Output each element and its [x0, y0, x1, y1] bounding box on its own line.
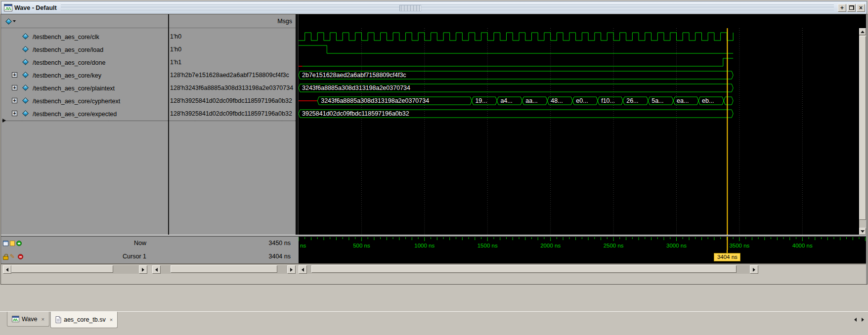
vscroll-thumb[interactable]	[859, 36, 866, 220]
cursor-label[interactable]: Cursor 1	[1, 250, 146, 263]
tab-aes-core-tb-sv[interactable]: aes_core_tb.sv ×	[50, 312, 118, 328]
tab-scroll-right-button[interactable]	[860, 316, 866, 323]
scrollbar-track[interactable]	[161, 265, 287, 274]
expand-icon[interactable]: +	[12, 72, 17, 78]
signal-value: 128'h3243f6a8885a308d313198a2e0370734	[169, 82, 296, 94]
scroll-left-button[interactable]	[3, 265, 11, 274]
tab-wave[interactable]: Wave ×	[7, 312, 49, 327]
svg-text:4000 ns: 4000 ns	[792, 243, 813, 249]
signal-row[interactable]: /testbench_aes_core/load	[1, 43, 168, 56]
titlebar-gripper	[61, 4, 834, 11]
scroll-left-button[interactable]	[152, 265, 161, 274]
expand-icon[interactable]: +	[12, 98, 17, 103]
wave-hscrollbar[interactable]	[299, 265, 758, 274]
wave-header-spacer	[299, 14, 866, 28]
signal-row[interactable]: +/testbench_aes_core/plaintext	[1, 82, 168, 94]
expand-icon[interactable]: +	[12, 85, 17, 90]
restore-icon	[849, 5, 854, 10]
now-row: Now 3450 ns ns500 ns1000 ns1500 ns2000 n…	[1, 237, 866, 250]
signal-name[interactable]: /testbench_aes_core/load	[33, 46, 103, 53]
signal-value: 1'h1	[169, 56, 296, 69]
wave-vertical-scrollbar[interactable]	[859, 28, 866, 235]
tab-close-icon[interactable]: ×	[110, 317, 113, 323]
wave-window-titlebar[interactable]: Wave - Default + ×	[1, 1, 867, 14]
signal-value: 1'h0	[169, 30, 296, 43]
tab-scroll-left-button[interactable]	[852, 316, 859, 323]
restore-button[interactable]	[847, 4, 856, 12]
window-bottom-frame	[1, 275, 866, 284]
signal-value: 128'h3925841d02dc09fbdc118597196a0b32	[169, 94, 296, 107]
scroll-right-button[interactable]	[750, 265, 758, 274]
values-wave-divider[interactable]	[296, 14, 299, 263]
arrow-left-icon	[854, 318, 857, 322]
signal-name[interactable]: /testbench_aes_core/clk	[33, 34, 99, 41]
signal-row[interactable]: +/testbench_aes_core/cyphertext	[1, 94, 168, 107]
dropdown-caret-icon	[13, 20, 16, 22]
svg-text:eb...: eb...	[702, 97, 714, 104]
arrow-left-icon	[6, 268, 8, 272]
arrow-left-icon	[155, 268, 158, 272]
signal-diamond-icon	[22, 46, 29, 52]
signal-names-panel[interactable]: /testbench_aes_core/clk/testbench_aes_co…	[1, 28, 168, 235]
svg-text:3925841d02dc09fbdc118597196a0b: 3925841d02dc09fbdc118597196a0b32	[302, 110, 409, 117]
now-value: 3450 ns	[169, 237, 291, 250]
signal-diamond-icon	[22, 72, 29, 78]
timeline-ruler[interactable]: ns500 ns1000 ns1500 ns2000 ns2500 ns3000…	[299, 237, 866, 250]
scroll-up-button[interactable]	[859, 28, 866, 35]
scroll-left-button[interactable]	[299, 265, 307, 274]
waveform-canvas[interactable]: 2b7e151628aed2a6abf7158809cf4f3c3243f6a8…	[299, 28, 859, 235]
signal-row[interactable]: +/testbench_aes_core/key	[1, 69, 168, 82]
dock-button[interactable]: +	[838, 4, 846, 12]
signal-diamond-icon	[22, 110, 29, 117]
tab-label: aes_core_tb.sv	[64, 316, 106, 323]
svg-text:1000 ns: 1000 ns	[414, 243, 434, 249]
svg-text:a4...: a4...	[500, 97, 512, 104]
scroll-down-button[interactable]	[859, 228, 866, 235]
names-hscrollbar[interactable]	[3, 265, 147, 274]
wave-tab-icon	[12, 316, 19, 322]
msgs-column-header[interactable]: Msgs	[169, 14, 296, 28]
values-hscrollbar[interactable]	[152, 265, 296, 274]
signal-diamond-icon	[22, 59, 29, 65]
svg-text:ea...: ea...	[677, 97, 689, 104]
scrollbar-thumb[interactable]	[311, 265, 737, 273]
arrow-up-icon	[861, 31, 865, 33]
svg-text:19...: 19...	[475, 97, 487, 104]
svg-text:48...: 48...	[551, 97, 563, 104]
scrollbar-thumb[interactable]	[171, 265, 277, 273]
cursor-track[interactable]: 3404 ns	[299, 250, 866, 263]
wave-pane: Msgs /testbench_aes_core/clk/testbench_a…	[1, 14, 867, 284]
signal-row[interactable]: /testbench_aes_core/done	[1, 56, 168, 69]
svg-text:5a...: 5a...	[651, 97, 663, 104]
scrollbar-track[interactable]	[307, 265, 750, 274]
signal-row[interactable]: +/testbench_aes_core/expected	[1, 107, 168, 120]
svg-text:500 ns: 500 ns	[353, 243, 370, 249]
signal-name[interactable]: /testbench_aes_core/cyphertext	[33, 98, 120, 105]
tab-label: Wave	[22, 316, 38, 323]
scrollbar-track[interactable]	[11, 265, 139, 274]
signal-select-dropdown[interactable]	[5, 16, 22, 26]
window-title: Wave - Default	[14, 4, 57, 11]
signal-diamond-icon	[22, 97, 29, 104]
svg-text:aa...: aa...	[525, 97, 537, 104]
signal-value: 1'h0	[169, 43, 296, 56]
horizontal-scrollbars	[1, 264, 866, 275]
titlebar-grip-dots-icon[interactable]	[399, 5, 421, 11]
close-button[interactable]: ×	[857, 4, 865, 12]
arrow-down-icon	[861, 230, 865, 233]
expand-icon[interactable]: +	[12, 111, 17, 116]
signal-name[interactable]: /testbench_aes_core/plaintext	[33, 85, 115, 92]
arrow-right-icon	[290, 268, 293, 272]
svg-text:2000 ns: 2000 ns	[540, 243, 561, 249]
signal-diamond-icon	[5, 18, 12, 25]
cursor-time-flag[interactable]: 3404 ns	[714, 253, 740, 261]
signal-row[interactable]: /testbench_aes_core/clk	[1, 30, 168, 43]
signal-name[interactable]: /testbench_aes_core/expected	[33, 111, 117, 118]
scroll-right-button[interactable]	[287, 265, 296, 274]
scrollbar-thumb[interactable]	[11, 265, 113, 273]
names-values-divider[interactable]	[168, 14, 169, 263]
signal-name[interactable]: /testbench_aes_core/done	[33, 59, 105, 66]
scroll-right-button[interactable]	[139, 265, 147, 274]
signal-name[interactable]: /testbench_aes_core/key	[33, 72, 101, 79]
tab-close-icon[interactable]: ×	[42, 316, 44, 322]
